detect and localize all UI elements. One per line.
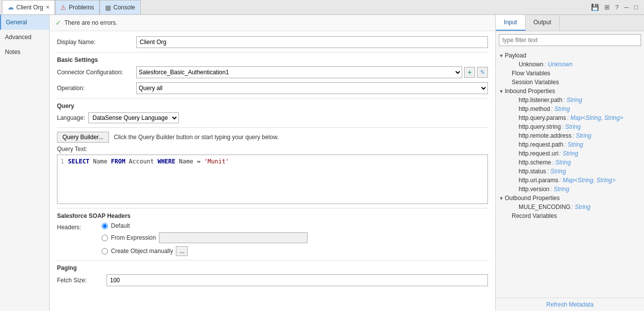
- tree-type-http-query-params: : Map<String, String>: [567, 114, 623, 121]
- status-icon: ✓: [55, 19, 61, 27]
- close-tab-icon[interactable]: ✕: [46, 4, 50, 10]
- tree-item-http-query-params[interactable]: http.query.params: Map<String, String>: [496, 113, 644, 122]
- connector-config-controls: Salesforce_Basic_Authentication1 + ✎: [136, 66, 488, 78]
- tab-output[interactable]: Output: [526, 15, 560, 31]
- sidebar: General Advanced Notes: [0, 15, 50, 311]
- sidebar-item-notes[interactable]: Notes: [0, 45, 49, 59]
- query-builder-button[interactable]: Query Builder...: [57, 132, 109, 143]
- add-connector-button[interactable]: +: [464, 67, 475, 78]
- filter-input[interactable]: [499, 34, 641, 46]
- problems-icon: ⚠: [60, 4, 66, 11]
- tree-item-session-vars[interactable]: Session Variables: [496, 78, 644, 87]
- tab-problems[interactable]: ⚠ Problems: [55, 0, 100, 14]
- divider-1: [57, 52, 488, 52]
- connector-config-label: Connector Configuration:: [57, 69, 136, 76]
- tree-type-http-request-uri: : String: [559, 150, 578, 157]
- radio-from-expression[interactable]: [102, 235, 108, 241]
- tree-item-http-version[interactable]: http.version: String: [496, 185, 644, 194]
- tree-label-record-vars: Record Variables: [512, 212, 557, 219]
- radio-create-object[interactable]: [102, 248, 108, 255]
- language-select[interactable]: DataSense Query Language: [88, 112, 179, 123]
- tree-item-http-scheme[interactable]: http.scheme: String: [496, 158, 644, 167]
- sidebar-item-advanced[interactable]: Advanced: [0, 30, 49, 45]
- expression-input[interactable]: [159, 232, 308, 243]
- divider-3: [57, 127, 488, 128]
- tab-input-label: Input: [504, 19, 517, 26]
- tree-label-http-request-uri: http.request.uri: [519, 150, 558, 157]
- headers-label: Headers:: [57, 222, 97, 231]
- kw-from: FROM: [111, 158, 125, 165]
- console-icon: ▦: [105, 4, 111, 11]
- radio-default[interactable]: [102, 223, 108, 229]
- tree-label-outbound-props: Outbound Properties: [505, 195, 560, 202]
- tree-item-http-status[interactable]: http.status: String: [496, 167, 644, 176]
- tree-item-unknown[interactable]: Unknown: Unknown: [496, 60, 644, 69]
- radio-default-label: Default: [111, 222, 130, 229]
- operation-select[interactable]: Query all: [136, 82, 488, 94]
- fetch-size-label: Fetch Size:: [57, 277, 107, 284]
- tree-type-http-status: : String: [547, 168, 566, 175]
- query-builder-hint: Click the Query Builder button or start …: [114, 134, 279, 141]
- tree-item-http-uri-params[interactable]: http.uri.params: Map<String, String>: [496, 176, 644, 185]
- tree-label-payload: Payload: [505, 52, 526, 59]
- tab-problems-label: Problems: [69, 4, 94, 11]
- status-bar: ✓ There are no errors.: [50, 15, 495, 31]
- tree-item-http-method[interactable]: http.method: String: [496, 104, 644, 113]
- tree-type-http-version: : String: [550, 186, 569, 193]
- connector-config-select[interactable]: Salesforce_Basic_Authentication1: [136, 66, 462, 78]
- query-string-val: 'Munit': [204, 158, 229, 165]
- radio-create-object-row: Create Object manually ...: [102, 246, 308, 256]
- tab-console[interactable]: ▦ Console: [100, 0, 141, 14]
- tree-item-http-listener-path[interactable]: http.listener.path: String: [496, 96, 644, 104]
- sidebar-item-general[interactable]: General: [0, 15, 49, 30]
- soap-headers-header: Salesforce SOAP Headers: [57, 212, 488, 219]
- tree-label-flow-vars: Flow Variables: [512, 70, 550, 77]
- kw-select: SELECT: [68, 158, 89, 165]
- layout-icon[interactable]: ⊞: [602, 2, 612, 12]
- tree-item-http-request-path[interactable]: http.request.path: String: [496, 140, 644, 149]
- tree-label-unknown: Unknown: [519, 61, 543, 68]
- tab-input[interactable]: Input: [496, 15, 526, 31]
- refresh-metadata-link[interactable]: Refresh Metadata: [496, 298, 644, 311]
- query-where-field: Name: [179, 158, 193, 165]
- tree-label-mule-encoding: MULE_ENCODING: [519, 204, 571, 210]
- tree-item-http-remote-address[interactable]: http.remote.address: String: [496, 131, 644, 140]
- tree-item-record-vars[interactable]: Record Variables: [496, 211, 644, 220]
- tree-item-inbound-props[interactable]: ▼Inbound Properties: [496, 87, 644, 96]
- tree-item-http-request-uri[interactable]: http.request.uri: String: [496, 149, 644, 158]
- radio-from-expression-row: From Expression: [102, 232, 308, 243]
- query-display[interactable]: 1SELECT Name FROM Account WHERE Name = '…: [57, 155, 488, 204]
- radio-default-row: Default: [102, 222, 308, 229]
- tab-client-org[interactable]: ☁ Client Org ✕: [2, 0, 55, 14]
- tree-item-flow-vars[interactable]: Flow Variables: [496, 69, 644, 78]
- tree-item-outbound-props[interactable]: ▼Outbound Properties: [496, 194, 644, 203]
- tree-item-http-query-string[interactable]: http.query.string: String: [496, 122, 644, 131]
- right-panel-tabs: Input Output: [496, 15, 644, 31]
- edit-connector-button[interactable]: ✎: [477, 67, 488, 78]
- ellipsis-button[interactable]: ...: [176, 246, 188, 256]
- tree-label-http-status: http.status: [519, 168, 546, 175]
- tree-arrow-outbound-props: ▼: [499, 196, 505, 201]
- main-layout: General Advanced Notes ✓ There are no er…: [0, 15, 644, 311]
- tree-item-payload[interactable]: ▼Payload: [496, 51, 644, 60]
- tree-item-mule-encoding[interactable]: MULE_ENCODING: String: [496, 203, 644, 211]
- tree-label-http-version: http.version: [519, 186, 549, 193]
- display-name-input[interactable]: [136, 36, 488, 48]
- save-icon[interactable]: 💾: [589, 2, 601, 12]
- minimize-icon[interactable]: ─: [622, 2, 631, 12]
- tree-type-http-query-string: : String: [562, 123, 581, 130]
- radio-from-expression-label: From Expression: [111, 234, 156, 241]
- fetch-size-input[interactable]: [107, 274, 488, 286]
- tree-label-session-vars: Session Variables: [512, 79, 559, 86]
- operation-label: Operation:: [57, 85, 136, 92]
- display-name-label: Display Name:: [57, 39, 136, 46]
- help-icon[interactable]: ?: [613, 2, 621, 12]
- maximize-icon[interactable]: □: [632, 2, 640, 12]
- content-area: ✓ There are no errors. Display Name: Bas…: [50, 15, 495, 311]
- radio-create-object-label: Create Object manually: [111, 248, 173, 255]
- top-right-icons: 💾 ⊞ ? ─ □: [589, 2, 642, 12]
- headers-row: Headers: Default From Expression Create …: [57, 222, 488, 256]
- connector-config-row: Connector Configuration: Salesforce_Basi…: [57, 66, 488, 78]
- tree-label-http-scheme: http.scheme: [519, 159, 551, 166]
- divider-5: [57, 260, 488, 260]
